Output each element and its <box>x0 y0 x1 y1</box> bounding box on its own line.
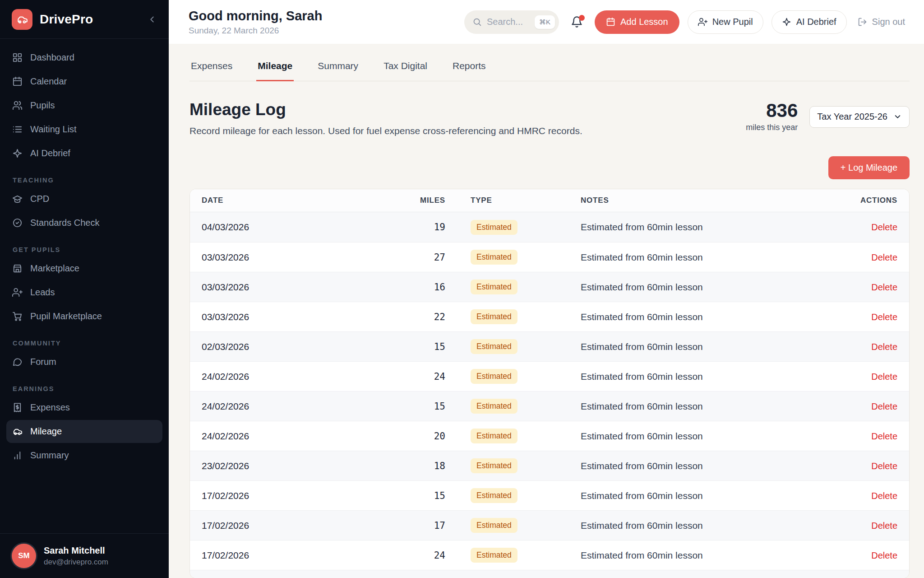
tab-expenses[interactable]: Expenses <box>189 53 234 81</box>
mileage-table: Date Miles Type Notes Actions 04/03/2026… <box>189 189 910 578</box>
row-miles: 15 <box>404 490 445 501</box>
bar-chart-icon <box>12 450 23 461</box>
sidebar-item-summary[interactable]: Summary <box>6 444 162 467</box>
table-row: 24/02/2026 20 Estimated Estimated from 6… <box>190 421 909 451</box>
search-placeholder: Search... <box>487 17 530 27</box>
sidebar-item-dashboard[interactable]: Dashboard <box>6 46 162 69</box>
row-type: Estimated <box>445 488 581 503</box>
sidebar-item-label: Pupil Marketplace <box>30 311 102 322</box>
calendar-icon <box>606 17 615 27</box>
nav-section-community: Community <box>13 340 156 347</box>
delete-link[interactable]: Delete <box>871 491 897 501</box>
tab-mileage[interactable]: Mileage <box>256 53 294 81</box>
row-date: 17/02/2026 <box>202 520 404 531</box>
ai-debrief-button[interactable]: AI Debrief <box>772 10 847 34</box>
search-input[interactable]: Search... ⌘K <box>464 10 559 34</box>
delete-link[interactable]: Delete <box>871 342 897 352</box>
table-row: 03/03/2026 22 Estimated Estimated from 6… <box>190 302 909 331</box>
row-notes: Estimated from 60min lesson <box>581 461 839 471</box>
chevron-down-icon <box>893 112 902 121</box>
table-row: 23/02/2026 18 Estimated Estimated from 6… <box>190 451 909 480</box>
row-miles: 20 <box>404 431 445 442</box>
delete-link[interactable]: Delete <box>871 222 897 232</box>
notifications-button[interactable] <box>571 16 583 28</box>
table-row: 17/02/2026 24 Estimated Estimated from 6… <box>190 540 909 570</box>
sidebar-item-pupils[interactable]: Pupils <box>6 94 162 117</box>
delete-link[interactable]: Delete <box>871 521 897 531</box>
sidebar-item-label: Standards Check <box>30 218 99 228</box>
sidebar-item-marketplace[interactable]: Marketplace <box>6 257 162 280</box>
row-date: 03/03/2026 <box>202 312 404 322</box>
type-badge: Estimated <box>471 518 517 533</box>
miles-total: 836 <box>746 101 798 120</box>
row-miles: 15 <box>404 401 445 412</box>
row-type: Estimated <box>445 280 581 294</box>
delete-link[interactable]: Delete <box>871 372 897 382</box>
row-notes: Estimated from 60min lesson <box>581 550 839 561</box>
sidebar-item-leads[interactable]: Leads <box>6 281 162 304</box>
topbar: Good morning, Sarah Sunday, 22 March 202… <box>169 0 924 44</box>
delete-link[interactable]: Delete <box>871 550 897 560</box>
row-miles: 18 <box>404 461 445 471</box>
sidebar-item-calendar[interactable]: Calendar <box>6 70 162 93</box>
delete-link[interactable]: Delete <box>871 401 897 411</box>
row-notes: Estimated from 60min lesson <box>581 222 839 233</box>
search-icon <box>472 17 482 27</box>
cart-icon <box>12 311 23 322</box>
tax-year-select[interactable]: Tax Year 2025-26 <box>809 106 910 128</box>
type-badge: Estimated <box>471 280 517 294</box>
table-header-row: Date Miles Type Notes Actions <box>190 189 909 212</box>
sign-out-button[interactable]: Sign out <box>855 10 908 34</box>
row-miles: 27 <box>404 252 445 263</box>
page-date: Sunday, 22 March 2026 <box>189 26 322 36</box>
type-badge: Estimated <box>471 488 517 503</box>
column-header-actions: Actions <box>839 196 897 205</box>
table-body: 04/03/2026 19 Estimated Estimated from 6… <box>190 212 909 570</box>
row-type: Estimated <box>445 339 581 354</box>
row-type: Estimated <box>445 369 581 384</box>
sidebar-item-forum[interactable]: Forum <box>6 350 162 373</box>
delete-link[interactable]: Delete <box>871 312 897 322</box>
sidebar-item-waiting-list[interactable]: Waiting List <box>6 118 162 141</box>
type-badge: Estimated <box>471 220 517 235</box>
new-pupil-button[interactable]: New Pupil <box>688 10 763 34</box>
row-date: 03/03/2026 <box>202 252 404 263</box>
row-type: Estimated <box>445 429 581 443</box>
delete-link[interactable]: Delete <box>871 282 897 292</box>
chat-icon <box>12 357 23 367</box>
nav-section-earnings: Earnings <box>13 385 156 392</box>
table-row: 02/03/2026 15 Estimated Estimated from 6… <box>190 331 909 361</box>
tab-summary[interactable]: Summary <box>316 53 360 81</box>
tab-tax-digital[interactable]: Tax Digital <box>382 53 429 81</box>
receipt-icon <box>12 402 23 413</box>
type-badge: Estimated <box>471 429 517 443</box>
sidebar-item-expenses[interactable]: Expenses <box>6 396 162 419</box>
row-miles: 24 <box>404 550 445 561</box>
table-row: 17/02/2026 17 Estimated Estimated from 6… <box>190 510 909 540</box>
tab-reports[interactable]: Reports <box>451 53 487 81</box>
sidebar-item-ai-debrief[interactable]: AI Debrief <box>6 142 162 165</box>
row-date: 02/03/2026 <box>202 341 404 352</box>
user-email: dev@drivepro.com <box>44 558 108 567</box>
app-name: DrivePro <box>40 12 140 27</box>
sidebar-item-mileage[interactable]: Mileage <box>6 420 162 443</box>
type-badge: Estimated <box>471 369 517 384</box>
users-icon <box>12 100 23 111</box>
row-date: 24/02/2026 <box>202 431 404 442</box>
avatar: SM <box>12 544 36 568</box>
delete-link[interactable]: Delete <box>871 431 897 441</box>
sidebar-collapse-button[interactable] <box>147 14 157 24</box>
add-lesson-button[interactable]: Add Lesson <box>595 10 679 34</box>
sidebar-item-label: Marketplace <box>30 263 79 274</box>
page-title: Mileage Log <box>189 100 582 119</box>
delete-link[interactable]: Delete <box>871 461 897 471</box>
user-plus-icon <box>12 287 23 298</box>
sidebar-item-cpd[interactable]: CPD <box>6 187 162 210</box>
sidebar-item-standards-check[interactable]: Standards Check <box>6 211 162 234</box>
user-panel[interactable]: SM Sarah Mitchell dev@drivepro.com <box>0 533 169 578</box>
log-mileage-button[interactable]: + Log Mileage <box>828 156 910 179</box>
row-miles: 24 <box>404 371 445 382</box>
sidebar-item-pupil-marketplace[interactable]: Pupil Marketplace <box>6 305 162 328</box>
sidebar-item-label: Forum <box>30 357 56 367</box>
delete-link[interactable]: Delete <box>871 252 897 262</box>
